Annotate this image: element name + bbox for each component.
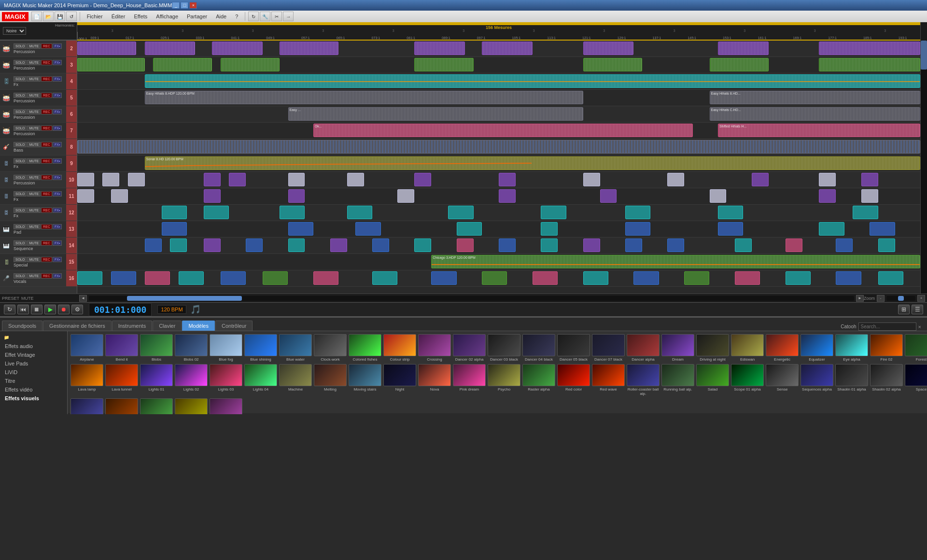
sp-item-equalizer[interactable]: Equalizer bbox=[801, 334, 833, 362]
rec-btn-5[interactable]: REC bbox=[41, 93, 52, 98]
sp-item-[interactable] bbox=[210, 398, 242, 414]
zoom-thumb[interactable] bbox=[898, 296, 904, 301]
clip-11-7[interactable] bbox=[600, 189, 617, 203]
save-button[interactable]: 💾 bbox=[55, 12, 65, 21]
clip-11-3[interactable] bbox=[204, 189, 221, 203]
clip-16-16[interactable] bbox=[786, 271, 811, 285]
clip-13-6[interactable] bbox=[625, 222, 650, 236]
clip-14-9[interactable] bbox=[457, 238, 474, 252]
solo-btn-10[interactable]: SOLO bbox=[14, 175, 27, 180]
mute-btn-8[interactable]: MUTE bbox=[27, 142, 41, 147]
sp-item-[interactable] bbox=[140, 398, 173, 414]
sp-item-lava-tunnel[interactable]: Lava tunnel bbox=[105, 364, 138, 396]
sp-item-dancer-02-alpha[interactable]: Dancer 02 alpha bbox=[453, 334, 486, 362]
clip-16-12[interactable] bbox=[583, 271, 608, 285]
stop-button[interactable]: ⏹ bbox=[31, 305, 42, 314]
clip-2-8[interactable] bbox=[718, 42, 769, 55]
sp-item-lights-04[interactable]: Lights 04 bbox=[244, 364, 277, 396]
rec-btn-10[interactable]: REC bbox=[41, 175, 52, 180]
sp-item-[interactable] bbox=[175, 398, 208, 414]
solo-btn-11[interactable]: SOLO bbox=[14, 191, 27, 196]
clip-10-6[interactable] bbox=[288, 173, 305, 186]
clip-2-7[interactable] bbox=[583, 42, 634, 55]
sp-cat-titre[interactable]: Titre bbox=[0, 377, 67, 385]
mute-btn-7[interactable]: MUTE bbox=[27, 126, 41, 131]
new-button[interactable]: 📄 bbox=[31, 12, 42, 21]
clip-2-4[interactable] bbox=[280, 42, 338, 55]
menu-help-icon[interactable]: ? bbox=[231, 13, 242, 20]
clip-11-9[interactable] bbox=[819, 189, 836, 203]
solo-btn-9[interactable]: SOLO bbox=[14, 158, 27, 164]
mute-btn-2[interactable]: MUTE bbox=[27, 43, 41, 49]
hscroll-thumb[interactable] bbox=[127, 296, 242, 301]
mute-btn-12[interactable]: MUTE bbox=[27, 208, 41, 213]
metronome-icon[interactable]: 🎵 bbox=[188, 304, 203, 315]
clip-2-1[interactable] bbox=[77, 42, 136, 55]
sp-item-night[interactable]: Night bbox=[383, 364, 416, 396]
zoom-track[interactable] bbox=[886, 296, 915, 301]
sp-item-fire-02[interactable]: Fire 02 bbox=[870, 334, 903, 362]
sp-cat-effets-audio[interactable]: Effets audio bbox=[0, 342, 67, 350]
tool2[interactable]: → bbox=[283, 12, 294, 21]
open-button[interactable]: 📂 bbox=[43, 12, 54, 21]
sp-item-lights-03[interactable]: Lights 03 bbox=[210, 364, 242, 396]
sp-cat-effet-vintage[interactable]: Effet Vintage bbox=[0, 350, 67, 359]
clip-14-18[interactable] bbox=[878, 238, 895, 252]
sp-item-nova[interactable]: Nova bbox=[418, 364, 451, 396]
sp-item-dancer-05-black[interactable]: Dancer 05 black bbox=[557, 334, 590, 362]
rec-btn-13[interactable]: REC bbox=[41, 224, 52, 229]
tool1[interactable]: ✂ bbox=[271, 12, 282, 21]
fx-btn-13[interactable]: FX• bbox=[53, 224, 62, 229]
clip-5-2[interactable]: Easy Hihats 8.HD... bbox=[710, 91, 921, 104]
clip-13-5[interactable] bbox=[541, 222, 558, 236]
sp-item-sequences-alpha[interactable]: Sequences alpha bbox=[801, 364, 833, 396]
clip-10-9[interactable] bbox=[499, 173, 516, 186]
clip-11-6[interactable] bbox=[499, 189, 516, 203]
clip-16-17[interactable] bbox=[836, 271, 861, 285]
sp-item-[interactable] bbox=[70, 398, 103, 414]
mute-btn-13[interactable]: MUTE bbox=[27, 224, 41, 229]
clip-16-7[interactable] bbox=[313, 271, 338, 285]
sp-item-energetic[interactable]: Energetic bbox=[766, 334, 799, 362]
mute-btn-5[interactable]: MUTE bbox=[27, 93, 41, 98]
loop-button[interactable]: ↻ bbox=[4, 305, 15, 314]
sp-item-dancer-07-black[interactable]: Dancer 07 black bbox=[592, 334, 625, 362]
rec-btn-11[interactable]: REC bbox=[41, 191, 52, 196]
clip-11-1[interactable] bbox=[77, 189, 94, 203]
noire-select[interactable]: Noire bbox=[3, 27, 26, 35]
minimize-button[interactable]: _ bbox=[172, 2, 180, 9]
sp-item-melting[interactable]: Melting bbox=[314, 364, 347, 396]
undo-button[interactable]: ↺ bbox=[66, 12, 77, 21]
clip-3-5[interactable] bbox=[583, 58, 642, 71]
fx-btn-12[interactable]: FX• bbox=[53, 208, 62, 213]
clip-10-11[interactable] bbox=[667, 173, 684, 186]
mute-btn-10[interactable]: MUTE bbox=[27, 175, 41, 180]
solo-btn-8[interactable]: SOLO bbox=[14, 142, 27, 147]
clip-7-1[interactable]: Ok... bbox=[313, 124, 693, 137]
clip-14-1[interactable] bbox=[145, 238, 162, 252]
clip-14-14[interactable] bbox=[667, 238, 684, 252]
sp-cat-livid[interactable]: LiViD bbox=[0, 368, 67, 377]
fx-btn-14[interactable]: FX• bbox=[53, 240, 62, 246]
tab-soundpools[interactable]: Soundpools bbox=[2, 321, 42, 331]
menu-effets[interactable]: Effets bbox=[130, 13, 151, 20]
clip-12-6[interactable] bbox=[541, 206, 566, 219]
tab-gestionnaire[interactable]: Gestionnaire de fichiers bbox=[43, 321, 112, 331]
sp-item-psycho[interactable]: Psycho bbox=[488, 364, 520, 396]
rec-btn-12[interactable]: REC bbox=[41, 208, 52, 213]
clip-10-10[interactable] bbox=[583, 173, 600, 186]
tab-instruments[interactable]: Instruments bbox=[112, 321, 152, 331]
solo-btn-3[interactable]: SOLO bbox=[14, 60, 27, 65]
clip-2-2[interactable] bbox=[145, 42, 196, 55]
sp-item-crossing[interactable]: Crossing bbox=[418, 334, 451, 362]
clip-16-8[interactable] bbox=[372, 271, 397, 285]
clip-5-1[interactable]: Easy Hihats 8.HDP 120.00 BPM bbox=[145, 91, 583, 104]
clip-10-7[interactable] bbox=[347, 173, 364, 186]
sp-item-shaolin-02-alpha[interactable]: Shaolin 02 alpha bbox=[870, 364, 903, 396]
sp-item-moving-stairs[interactable]: Moving stairs bbox=[349, 364, 381, 396]
clip-14-13[interactable] bbox=[625, 238, 642, 252]
fx-btn-11[interactable]: FX• bbox=[53, 191, 62, 196]
rec-btn-4[interactable]: REC bbox=[41, 76, 52, 82]
zoom-in-btn[interactable]: + bbox=[917, 295, 925, 302]
fx-btn-10[interactable]: FX• bbox=[53, 175, 62, 180]
